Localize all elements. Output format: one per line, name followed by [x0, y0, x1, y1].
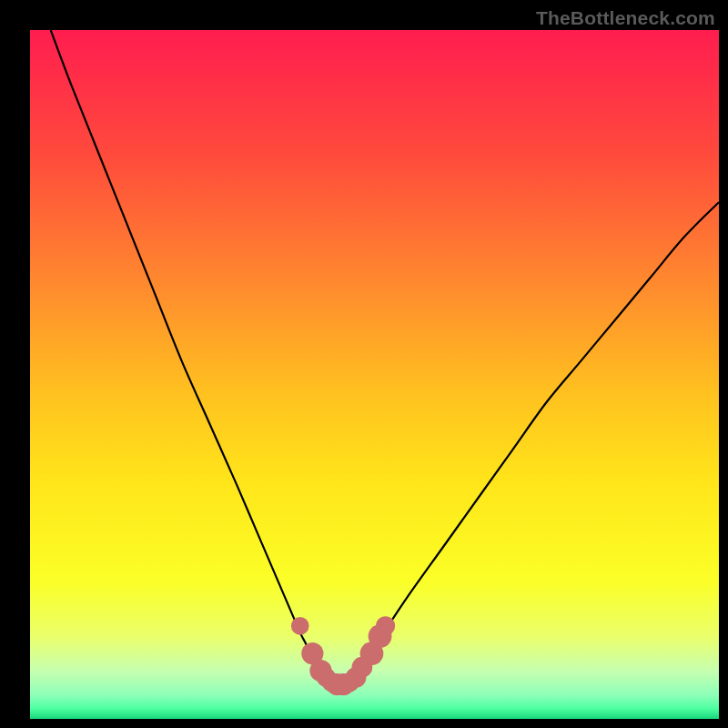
chart-svg — [30, 30, 719, 719]
plot-background — [30, 30, 719, 719]
marker-point — [291, 617, 309, 635]
plot-area — [30, 30, 719, 719]
marker-point — [376, 616, 395, 635]
chart-frame: TheBottleneck.com — [0, 0, 728, 728]
watermark-text: TheBottleneck.com — [536, 7, 715, 29]
